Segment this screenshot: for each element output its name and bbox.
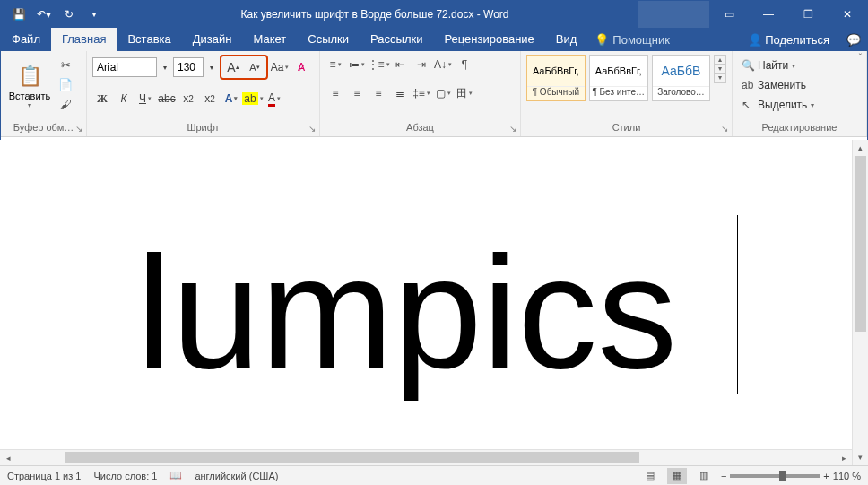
restore-icon[interactable]: ❐ bbox=[788, 1, 828, 28]
collapse-ribbon-icon[interactable]: ˇ bbox=[859, 53, 862, 63]
style-no-spacing[interactable]: АаБбВвГг, ¶ Без инте… bbox=[589, 55, 648, 101]
borders-icon[interactable]: 田 bbox=[455, 83, 474, 103]
print-layout-icon[interactable]: ▦ bbox=[667, 468, 687, 484]
save-icon[interactable]: 💾 bbox=[10, 8, 28, 21]
tab-layout[interactable]: Макет bbox=[242, 28, 297, 51]
styles-more-icon[interactable]: ▾ bbox=[715, 74, 725, 82]
zoom-handle[interactable] bbox=[779, 471, 786, 481]
underline-icon[interactable]: Ч bbox=[135, 89, 155, 108]
language-indicator[interactable]: английский (США) bbox=[195, 471, 278, 481]
subscript-icon[interactable]: x2 bbox=[178, 89, 198, 108]
zoom-slider[interactable] bbox=[730, 474, 820, 478]
strike-icon[interactable]: abc bbox=[157, 89, 177, 108]
find-button[interactable]: 🔍Найти ▾ bbox=[738, 56, 799, 74]
font-launcher-icon[interactable]: ↘ bbox=[308, 122, 316, 136]
tab-view[interactable]: Вид bbox=[545, 28, 588, 51]
italic-icon[interactable]: К bbox=[114, 89, 134, 108]
tab-file[interactable]: Файл bbox=[1, 28, 51, 51]
cut-icon[interactable]: ✂ bbox=[56, 56, 74, 74]
superscript-icon[interactable]: x2 bbox=[200, 89, 220, 108]
tab-design[interactable]: Дизайн bbox=[182, 28, 243, 51]
hscroll-thumb[interactable] bbox=[65, 452, 639, 463]
redo-icon[interactable]: ↻ bbox=[60, 8, 78, 21]
shading-icon[interactable]: ▢ bbox=[433, 83, 453, 103]
scroll-right-icon[interactable]: ▸ bbox=[836, 450, 852, 465]
page[interactable]: lumpics bbox=[39, 161, 820, 465]
horizontal-scrollbar[interactable]: ◂ ▸ bbox=[0, 449, 852, 465]
paste-button[interactable]: 📋 Вставить ▾ bbox=[6, 55, 53, 116]
styles-down-icon[interactable]: ▾ bbox=[715, 65, 725, 74]
scroll-left-icon[interactable]: ◂ bbox=[0, 450, 16, 465]
comments-icon[interactable]: 💬 bbox=[840, 33, 867, 47]
text-cursor bbox=[737, 215, 738, 394]
share-button[interactable]: 👤 Поделиться bbox=[737, 33, 840, 47]
numbering-icon[interactable]: ≔ bbox=[347, 55, 367, 74]
zoom-control: − + 110 % bbox=[721, 471, 861, 481]
indent-inc-icon[interactable]: ⇥ bbox=[412, 55, 431, 74]
select-button[interactable]: ↖Выделить ▾ bbox=[738, 96, 818, 114]
tab-mailings[interactable]: Рассылки bbox=[360, 28, 433, 51]
tab-insert[interactable]: Вставка bbox=[117, 28, 181, 51]
ribbon-tabs: Файл Главная Вставка Дизайн Макет Ссылки… bbox=[1, 28, 867, 51]
document-text[interactable]: lumpics bbox=[136, 233, 677, 393]
style-normal[interactable]: АаБбВвГг, ¶ Обычный bbox=[526, 55, 586, 101]
styles-launcher-icon[interactable]: ↘ bbox=[721, 122, 728, 136]
font-name-input[interactable] bbox=[92, 57, 157, 77]
bold-icon[interactable]: Ж bbox=[92, 89, 112, 108]
word-count[interactable]: Число слов: 1 bbox=[93, 471, 157, 481]
clear-format-icon[interactable]: A̷ bbox=[291, 57, 311, 77]
paragraph-launcher-icon[interactable]: ↘ bbox=[509, 122, 516, 136]
align-center-icon[interactable]: ≡ bbox=[347, 83, 367, 103]
page-indicator[interactable]: Страница 1 из 1 bbox=[7, 471, 81, 481]
title-bar: 💾 ↶▾ ↻ ▾ Как увеличить шрифт в Ворде бол… bbox=[1, 1, 867, 28]
tell-me[interactable]: 💡 Помощник bbox=[587, 28, 677, 51]
scroll-down-icon[interactable]: ▾ bbox=[853, 449, 868, 465]
justify-icon[interactable]: ≣ bbox=[390, 83, 410, 103]
scroll-up-icon[interactable]: ▴ bbox=[853, 140, 868, 156]
format-painter-icon[interactable]: 🖌 bbox=[56, 96, 74, 114]
styles-gallery-nav: ▴ ▾ ▾ bbox=[714, 55, 726, 83]
minimize-icon[interactable]: — bbox=[749, 1, 788, 28]
zoom-in-icon[interactable]: + bbox=[823, 471, 829, 481]
read-mode-icon[interactable]: ▤ bbox=[640, 468, 660, 484]
tab-home[interactable]: Главная bbox=[51, 28, 117, 51]
web-layout-icon[interactable]: ▥ bbox=[694, 468, 714, 484]
vscroll-thumb[interactable] bbox=[855, 156, 866, 332]
align-left-icon[interactable]: ≡ bbox=[326, 83, 345, 103]
align-right-icon[interactable]: ≡ bbox=[369, 83, 388, 103]
indent-dec-icon[interactable]: ⇤ bbox=[390, 55, 410, 74]
tab-review[interactable]: Рецензирование bbox=[433, 28, 544, 51]
shrink-font-icon[interactable]: A▾ bbox=[245, 57, 265, 77]
zoom-level[interactable]: 110 % bbox=[833, 471, 861, 481]
font-size-input[interactable] bbox=[173, 57, 204, 77]
highlight-icon[interactable]: ab bbox=[243, 89, 263, 108]
proofing-icon[interactable]: 📖 bbox=[169, 470, 182, 481]
show-marks-icon[interactable]: ¶ bbox=[455, 55, 474, 74]
close-icon[interactable]: ✕ bbox=[828, 1, 867, 28]
group-label-paragraph: Абзац↘ bbox=[320, 120, 520, 136]
multilevel-icon[interactable]: ⋮≡ bbox=[369, 55, 388, 74]
change-case-icon[interactable]: Aa bbox=[270, 57, 290, 77]
font-name-dd-icon[interactable]: ▾ bbox=[159, 57, 171, 77]
replace-button[interactable]: abЗаменить bbox=[738, 76, 810, 94]
document-area: lumpics ▴ ▾ bbox=[0, 140, 868, 465]
vertical-scrollbar[interactable]: ▴ ▾ bbox=[852, 140, 868, 465]
qat-customize-icon[interactable]: ▾ bbox=[85, 11, 103, 19]
clipboard-launcher-icon[interactable]: ↘ bbox=[75, 122, 82, 136]
zoom-out-icon[interactable]: − bbox=[721, 471, 726, 481]
tab-references[interactable]: Ссылки bbox=[297, 28, 360, 51]
grow-font-icon[interactable]: A▴ bbox=[223, 57, 243, 77]
styles-up-icon[interactable]: ▴ bbox=[715, 56, 725, 65]
line-spacing-icon[interactable]: ‡≡ bbox=[412, 83, 431, 103]
sort-icon[interactable]: A↓ bbox=[433, 55, 453, 74]
ribbon-options-icon[interactable]: ▭ bbox=[709, 1, 749, 28]
undo-icon[interactable]: ↶▾ bbox=[35, 8, 53, 21]
bullets-icon[interactable]: ≡ bbox=[326, 55, 345, 74]
copy-icon[interactable]: 📄 bbox=[56, 76, 74, 94]
account-button[interactable] bbox=[638, 1, 709, 28]
text-effects-icon[interactable]: A bbox=[221, 89, 241, 108]
status-bar: Страница 1 из 1 Число слов: 1 📖 английск… bbox=[0, 465, 868, 485]
font-color-icon[interactable]: A bbox=[265, 89, 284, 108]
style-heading1[interactable]: АаБбВ Заголово… bbox=[652, 55, 711, 101]
font-size-dd-icon[interactable]: ▾ bbox=[205, 57, 218, 77]
